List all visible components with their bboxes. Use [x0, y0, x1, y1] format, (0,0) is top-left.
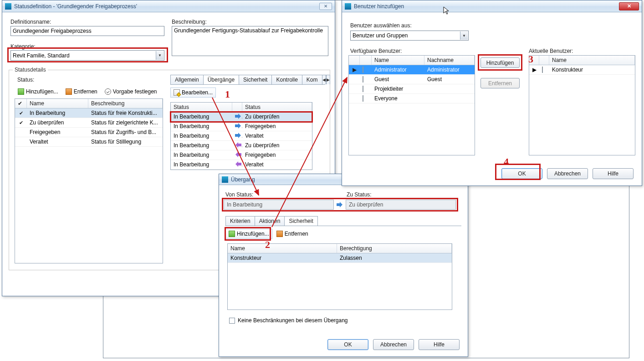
table-row[interactable]: In BearbeitungZu überprüfen — [171, 112, 312, 122]
table-row[interactable]: VeraltetStatus für Stilllegung — [15, 137, 163, 147]
defname-label: Definitionsname: — [10, 19, 51, 25]
help-button[interactable]: Hilfe — [419, 339, 460, 350]
avail-label: Verfügbare Benutzer: — [350, 48, 402, 54]
remove-button[interactable]: Entfernen — [480, 78, 520, 88]
table-row[interactable]: Projektleiter — [349, 84, 475, 94]
table-row[interactable]: FreigegebenStatus für Zugriffs- und B... — [15, 128, 163, 137]
cancel-button[interactable]: Abbrechen — [547, 168, 588, 179]
current-users-grid[interactable]: Name ▶Konstrukteur — [529, 55, 635, 155]
transitions-grid[interactable]: Status Status In BearbeitungZu überprüfe… — [170, 102, 312, 170]
chevron-down-icon[interactable]: ▼ — [156, 51, 164, 60]
remove-status-button[interactable]: Entfernen — [62, 87, 101, 97]
table-row[interactable]: In BearbeitungVeraltet — [171, 160, 312, 170]
statusdetails-title: Statusdetails — [13, 67, 48, 73]
user-icon — [363, 95, 363, 102]
tab-scroll-right[interactable]: ▶ — [326, 75, 330, 84]
check-icon — [19, 119, 23, 126]
user-icon — [363, 76, 363, 83]
no-restriction-label: Keine Beschränkungen bei diesem Übergang — [238, 317, 348, 324]
tab-kontrolle[interactable]: Kontrolle — [271, 75, 302, 84]
from-field: In Bearbeitung — [224, 200, 334, 210]
arrow-icon — [235, 124, 241, 128]
app-icon — [345, 3, 351, 10]
arrow-icon — [235, 162, 241, 166]
ok-button[interactable]: OK — [327, 339, 368, 350]
add-user-button[interactable]: Hinzufügen... — [225, 229, 272, 239]
uebergang-tabs: Kriterien Aktionen Sicherheit — [225, 216, 306, 226]
set-default-button[interactable]: Vorgabe festlegen — [102, 87, 160, 97]
selectfrom-combo[interactable]: Benutzer und Gruppen ▼ — [350, 31, 469, 41]
tab-sicherheit[interactable]: Sicherheit — [239, 75, 272, 84]
tab-kriterien[interactable]: Kriterien — [225, 216, 255, 226]
cancel-button[interactable]: Abbrechen — [373, 339, 414, 350]
detail-tabs: Allgemein Übergänge Sicherheit Kontrolle… — [170, 75, 325, 85]
table-row[interactable]: In BearbeitungZu überprüfen — [171, 141, 312, 150]
tab-kom[interactable]: Kom — [302, 75, 322, 84]
table-row[interactable]: GuestGuest — [349, 75, 475, 84]
add-user-dialog: Benutzer hinzufügen ✕ Benutzer auswählen… — [342, 0, 642, 186]
add-status-button[interactable]: Hinzufügen... — [15, 87, 61, 97]
remove-icon — [66, 88, 72, 95]
table-row[interactable]: In BearbeitungVeraltet — [171, 131, 312, 141]
user-icon — [363, 86, 363, 92]
edit-icon — [174, 89, 180, 96]
window-title: Benutzer hinzufügen — [354, 3, 616, 10]
check-icon — [105, 88, 111, 95]
statusdef-titlebar[interactable]: Statusdefinition - 'Grundlegender Freiga… — [2, 0, 335, 12]
desc-label: Beschreibung: — [172, 19, 207, 25]
close-icon[interactable]: ✕ — [619, 2, 639, 10]
status-label: Status: — [17, 77, 34, 83]
uebergang-dialog: Übergang Von Status: Zu Status: In Bearb… — [219, 174, 468, 357]
table-row[interactable]: ▶AdministratorAdministrator — [349, 65, 475, 75]
to-field: Zu überprüfen — [346, 200, 456, 210]
arrow-icon — [235, 152, 241, 157]
app-icon — [222, 176, 228, 183]
adduser-titlebar[interactable]: Benutzer hinzufügen ✕ — [342, 0, 642, 12]
tab-allgemein[interactable]: Allgemein — [170, 75, 204, 84]
table-row[interactable]: In BearbeitungStatus für freie Konstrukt… — [15, 108, 163, 118]
chevron-down-icon[interactable]: ▼ — [460, 31, 468, 40]
selectfrom-label: Benutzer auswählen aus: — [350, 22, 412, 29]
arrow-icon — [235, 114, 241, 119]
status-grid[interactable]: ✔ Name Beschreibung In BearbeitungStatus… — [15, 98, 163, 263]
category-label: Kategorie: — [10, 43, 36, 50]
arrow-icon — [235, 143, 241, 147]
table-row[interactable]: In BearbeitungFreigegeben — [171, 122, 312, 131]
defname-input[interactable]: Grundlegender Freigabeprozess — [10, 26, 164, 36]
table-row[interactable]: In BearbeitungFreigegeben — [171, 150, 312, 160]
edit-transition-button[interactable]: Bearbeiten... — [170, 88, 216, 98]
ok-button[interactable]: OK — [501, 168, 542, 179]
remove-user-button[interactable]: Entfernen — [273, 229, 312, 239]
category-combo[interactable]: Revit Familie, Standard ▼ — [10, 50, 164, 61]
table-row[interactable]: ▶Konstrukteur — [529, 65, 635, 75]
cursor-icon — [443, 6, 450, 15]
user-icon — [363, 67, 363, 73]
check-icon — [19, 110, 23, 116]
add-icon — [229, 231, 235, 237]
remove-icon — [276, 231, 283, 237]
tab-scroll-left[interactable]: ◀ — [322, 75, 326, 84]
help-button[interactable]: Hilfe — [593, 168, 634, 179]
available-users-grid[interactable]: Name Nachname ▶AdministratorAdministrato… — [348, 55, 475, 155]
window-title: Statusdefinition - 'Grundlegender Freiga… — [14, 3, 317, 10]
arrow-icon — [235, 133, 241, 138]
user-icon — [542, 67, 543, 73]
desc-input[interactable]: Grundlegender Fertigungs-Statusablauf zu… — [172, 26, 328, 56]
tab-uebergaenge[interactable]: Übergänge — [203, 75, 239, 84]
arrow-icon — [337, 202, 343, 207]
curr-label: Aktuelle Benutzer: — [529, 48, 573, 54]
tab-sicherheit[interactable]: Sicherheit — [284, 216, 317, 226]
table-row[interactable]: Everyone — [349, 94, 475, 103]
permissions-grid[interactable]: Name Berechtigung KonstrukteurZulassen — [227, 243, 452, 310]
to-label: Zu Status: — [347, 191, 372, 198]
add-icon — [18, 88, 24, 95]
table-row[interactable]: KonstrukteurZulassen — [228, 253, 452, 263]
no-restriction-checkbox[interactable] — [229, 318, 235, 324]
close-icon[interactable]: ✕ — [319, 3, 332, 10]
from-label: Von Status: — [225, 191, 253, 198]
tab-aktionen[interactable]: Aktionen — [255, 216, 285, 226]
app-icon — [5, 3, 11, 10]
table-row[interactable]: Zu überprüfenStatus für zielgerichtete K… — [15, 118, 163, 128]
add-button[interactable]: Hinzufügen — [480, 57, 520, 68]
